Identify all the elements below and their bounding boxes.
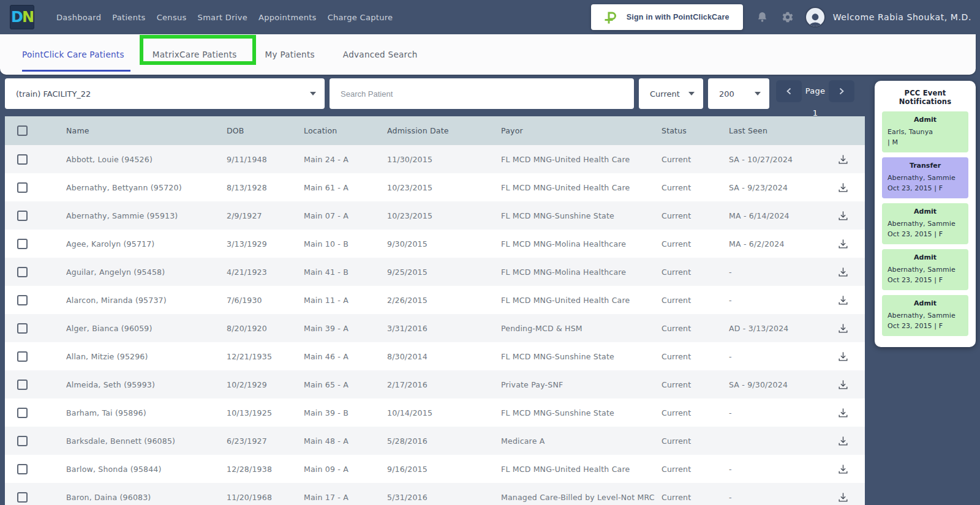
dob-cell: 12/28/1938 bbox=[227, 465, 304, 474]
notification-card[interactable]: AdmitAbernathy, SammieOct 23, 2015 | F bbox=[882, 203, 968, 244]
app-window: D N DashboardPatientsCensusSmart DriveAp… bbox=[0, 0, 980, 505]
row-checkbox[interactable] bbox=[17, 492, 28, 503]
download-button[interactable] bbox=[826, 407, 865, 419]
prev-page-button[interactable] bbox=[776, 80, 802, 102]
settings-gear-icon[interactable] bbox=[782, 11, 794, 23]
select-all-checkbox[interactable] bbox=[17, 125, 28, 136]
main-nav-menu: DashboardPatientsCensusSmart DriveAppoin… bbox=[56, 13, 393, 22]
status-cell: Current bbox=[662, 239, 729, 249]
status-filter-select[interactable]: Current bbox=[639, 78, 703, 109]
download-button[interactable] bbox=[826, 210, 865, 222]
row-checkbox-cell bbox=[5, 182, 66, 193]
dob-cell: 9/11/1948 bbox=[227, 155, 304, 164]
notification-card[interactable]: AdmitAbernathy, SammieOct 23, 2015 | F bbox=[882, 295, 968, 336]
row-checkbox[interactable] bbox=[17, 154, 28, 165]
status-cell: Current bbox=[662, 296, 729, 305]
dob-cell: 11/20/1968 bbox=[227, 493, 304, 502]
download-icon bbox=[837, 182, 849, 193]
payor-cell: Pending-MCD & HSM bbox=[501, 324, 662, 333]
tab-matrixcare-patients[interactable]: MatrixCare Patients bbox=[153, 34, 237, 75]
payor-cell: Managed Care-Billed by Level-Not MRC bbox=[501, 493, 662, 502]
last-seen-cell: AD - 3/13/2024 bbox=[729, 324, 826, 333]
notification-patient-name: Abernathy, Sammie bbox=[888, 310, 963, 321]
row-checkbox[interactable] bbox=[17, 323, 28, 334]
notification-card[interactable]: AdmitEarls, Taunya| M bbox=[882, 111, 968, 152]
row-checkbox[interactable] bbox=[17, 351, 28, 362]
notification-type: Admit bbox=[888, 253, 963, 261]
chevron-left-icon bbox=[786, 88, 792, 95]
row-checkbox[interactable] bbox=[17, 295, 28, 305]
location-cell: Main 46 - A bbox=[304, 352, 387, 361]
notifications-bell-icon[interactable] bbox=[756, 11, 768, 23]
dob-cell: 10/2/1929 bbox=[227, 380, 304, 389]
payor-cell: FL MCD MNG-United Health Care bbox=[501, 296, 662, 305]
download-button[interactable] bbox=[826, 435, 865, 447]
status-cell: Current bbox=[662, 155, 729, 164]
row-checkbox-cell bbox=[5, 323, 66, 334]
download-button[interactable] bbox=[826, 182, 865, 193]
download-button[interactable] bbox=[826, 463, 865, 475]
last-seen-cell: SA - 9/23/2024 bbox=[729, 183, 826, 192]
user-avatar[interactable] bbox=[805, 7, 826, 28]
facility-select[interactable]: (train) FACILITY_22 bbox=[5, 78, 325, 109]
nav-item-census[interactable]: Census bbox=[157, 13, 187, 22]
nav-item-patients[interactable]: Patients bbox=[112, 13, 145, 22]
row-checkbox[interactable] bbox=[17, 436, 28, 446]
column-header-location: Location bbox=[304, 126, 387, 135]
notification-card[interactable]: TransferAbernathy, SammieOct 23, 2015 | … bbox=[882, 157, 968, 198]
admission-date-cell: 11/30/2015 bbox=[387, 155, 501, 164]
table-row: Abbott, Louie (94526)9/11/1948Main 24 - … bbox=[5, 145, 865, 173]
download-button[interactable] bbox=[826, 294, 865, 306]
row-checkbox[interactable] bbox=[17, 267, 28, 277]
download-button[interactable] bbox=[826, 323, 865, 334]
row-checkbox[interactable] bbox=[17, 408, 28, 418]
facility-select-value: (train) FACILITY_22 bbox=[16, 89, 91, 99]
download-button[interactable] bbox=[826, 351, 865, 362]
download-button[interactable] bbox=[826, 492, 865, 503]
download-icon bbox=[837, 379, 849, 391]
row-checkbox-cell bbox=[5, 239, 66, 249]
tab-pointclick-care-patients[interactable]: PointClick Care Patients bbox=[22, 34, 124, 75]
pcc-event-notifications-panel: PCC Event Notifications AdmitEarls, Taun… bbox=[875, 81, 976, 347]
nav-item-appointments[interactable]: Appointments bbox=[258, 13, 317, 22]
nav-item-dashboard[interactable]: Dashboard bbox=[56, 13, 101, 22]
nav-item-smart-drive[interactable]: Smart Drive bbox=[198, 13, 247, 22]
row-checkbox[interactable] bbox=[17, 239, 28, 249]
next-page-button[interactable] bbox=[829, 80, 854, 102]
location-cell: Main 39 - A bbox=[304, 324, 387, 333]
row-checkbox[interactable] bbox=[17, 211, 28, 221]
last-seen-cell: SA - 9/30/2024 bbox=[729, 380, 826, 389]
download-button[interactable] bbox=[826, 379, 865, 391]
row-checkbox-cell bbox=[5, 464, 66, 474]
row-checkbox[interactable] bbox=[17, 464, 28, 474]
page-size-select[interactable]: 200 bbox=[708, 78, 769, 109]
notification-type: Transfer bbox=[888, 162, 963, 170]
row-checkbox[interactable] bbox=[17, 380, 28, 390]
table-row: Alger, Bianca (96059)8/20/1920Main 39 - … bbox=[5, 314, 865, 342]
welcome-user-text: Welcome Rabia Shoukat, M.D. bbox=[833, 12, 971, 22]
notification-card[interactable]: AdmitAbernathy, SammieOct 23, 2015 | F bbox=[882, 249, 968, 290]
dob-cell: 2/9/1927 bbox=[227, 211, 304, 220]
app-logo: D N bbox=[10, 5, 34, 29]
table-row: Alarcon, Miranda (95737)7/6/1930Main 11 … bbox=[5, 286, 865, 314]
location-cell: Main 39 - B bbox=[304, 408, 387, 417]
search-patient-input[interactable] bbox=[330, 78, 634, 109]
patient-name-cell: Aguilar, Angelyn (95458) bbox=[66, 267, 227, 277]
status-cell: Current bbox=[662, 380, 729, 389]
download-button[interactable] bbox=[826, 154, 865, 165]
download-button[interactable] bbox=[826, 238, 865, 250]
dob-cell: 4/21/1923 bbox=[227, 267, 304, 277]
download-button[interactable] bbox=[826, 266, 865, 278]
nav-item-charge-capture[interactable]: Charge Capture bbox=[328, 13, 393, 22]
row-checkbox[interactable] bbox=[17, 182, 28, 193]
signin-button-label: Sign in with PointClickCare bbox=[627, 13, 729, 21]
tab-my-patients[interactable]: My Patients bbox=[265, 34, 315, 75]
location-cell: Main 61 - A bbox=[304, 183, 387, 192]
signin-pointclickcare-button[interactable]: Sign in with PointClickCare bbox=[591, 4, 743, 30]
chevron-right-icon bbox=[839, 88, 845, 95]
payor-cell: Medicare A bbox=[501, 436, 662, 446]
status-cell: Current bbox=[662, 183, 729, 192]
notification-detail: Oct 23, 2015 | F bbox=[888, 275, 963, 285]
tab-advanced-search[interactable]: Advanced Search bbox=[343, 34, 418, 75]
status-filter-value: Current bbox=[650, 89, 680, 99]
